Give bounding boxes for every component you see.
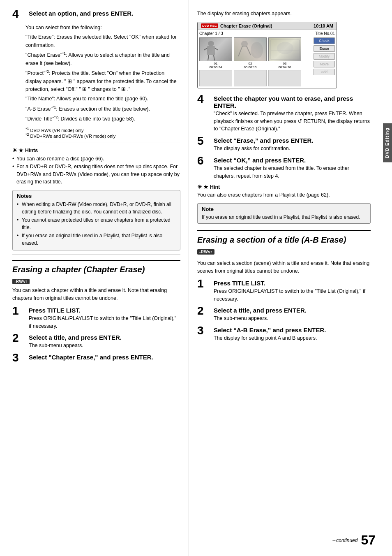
thumb-1-num: 01 (209, 62, 222, 65)
panel-btn-check[interactable]: Check (314, 37, 335, 44)
panel-btn-erase[interactable]: Erase (314, 45, 335, 52)
ab-step-1-num: 1 (197, 278, 210, 290)
svg-line-5 (214, 55, 214, 60)
ab-step-2-block: 2 Select a title, and press ENTER. The s… (197, 307, 371, 322)
chapter-step-3-content: Select "Chapter Erase," and press ENTER. (29, 354, 180, 361)
right-step-5-block: 5 Select “Erase,” and press ENTER. The d… (197, 137, 371, 153)
step-4-num: 4 (12, 8, 25, 20)
chapter-erase-badge: -RWvr (12, 279, 30, 284)
chapter-step-2-content: Select a title, and press ENTER. The sub… (29, 334, 180, 350)
ab-step-3-body: The display for setting point A and B ap… (214, 334, 371, 342)
right-step-5-content: Select “Erase,” and press ENTER. The dis… (214, 137, 371, 153)
right-step-6-body: The selected chapter is erased from the … (214, 164, 371, 180)
hints-title: ☀ ★ Hints (12, 147, 180, 153)
panel-title: Chapter Erase (Original) (220, 23, 272, 28)
step-4-intro: You can select from the following: "Titl… (25, 24, 180, 123)
chapter-step-1-block: 1 Press TITLE LIST. Press ORIGINAL/PLAYL… (12, 307, 180, 330)
notes-box: Notes When editing a DVD-RW (Video mode)… (12, 190, 180, 250)
hints-box: ☀ ★ Hints You can also rename a disc (pa… (12, 147, 180, 186)
panel-title-info: Title No.01 (315, 31, 335, 36)
step-4-content: Select an option, and press ENTER. (29, 10, 180, 18)
note-item-3: If you erase an original title used in a… (17, 232, 176, 247)
page-number: 57 (361, 533, 376, 548)
side-tab: DVD Editing (383, 123, 392, 162)
chapter-step-1-num: 1 (12, 305, 25, 317)
blank-thumb-3 (268, 70, 301, 86)
chapter-step-3-block: 3 Select "Chapter Erase," and press ENTE… (12, 354, 180, 364)
note-item-2: You cannot erase protected titles or era… (17, 216, 176, 231)
hint-item-2: For a DVD+R or DVD-R, erasing titles doe… (12, 163, 180, 186)
right-step-6-num: 6 (197, 155, 210, 167)
ab-step-2-num: 2 (197, 305, 210, 317)
chapter-step-1-body: Press ORIGINAL/PLAYLIST to switch to the… (29, 315, 180, 330)
chapter-step-2-num: 2 (12, 332, 25, 344)
chapter-step-3-num: 3 (12, 352, 25, 364)
panel-btn-modify[interactable]: Modify (314, 53, 335, 60)
svg-line-2 (204, 48, 207, 50)
panel-btn-add[interactable]: Add (314, 69, 335, 75)
note-body-right: If you erase an original title used in a… (202, 213, 366, 221)
hint-item-1: You can also rename a disc (page 66). (12, 155, 180, 163)
chapter-step-2-title: Select a title, and press ENTER. (29, 334, 180, 341)
page: DVD Editing 4 Select an option, and pres… (0, 0, 392, 556)
chapter-step-1-content: Press TITLE LIST. Press ORIGINAL/PLAYLIS… (29, 307, 180, 330)
ab-step-3-title: Select “A-B Erase,” and press ENTER. (214, 327, 371, 334)
divider-1 (12, 143, 180, 143)
note-title-right: Note (202, 206, 366, 212)
svg-line-3 (215, 48, 218, 50)
chapter-erase-intro: You can select a chapter within a title … (12, 287, 180, 303)
ab-erase-title: Erasing a section of a title (A-B Erase) (197, 230, 371, 245)
right-column: The display for erasing chapters appears… (189, 0, 383, 556)
ab-step-2-body: The sub-menu appears. (214, 315, 371, 322)
hint-body-right: You can also erase chapters from a Playl… (197, 191, 371, 199)
footnotes: *1 DVD-RWs (VR mode) only *2 DVD+RWs and… (25, 127, 180, 139)
panel-time: 10:10 AM (314, 23, 333, 28)
thumb-3-num: 03 (278, 62, 291, 65)
step-4-title: Select an option, and press ENTER. (29, 10, 180, 17)
right-step-6-title: Select “OK,” and press ENTER. (214, 157, 371, 164)
dvd-rec-icon: DVD REC (201, 23, 218, 28)
ab-step-3-block: 3 Select “A-B Erase,” and press ENTER. T… (197, 327, 371, 342)
ab-step-1-title: Press TITLE LIST. (214, 280, 371, 287)
note-item-1: When editing a DVD-RW (Video mode), DVD+… (17, 201, 176, 215)
svg-rect-0 (208, 41, 214, 46)
chapter-step-2-block: 2 Select a title, and press ENTER. The s… (12, 334, 180, 350)
right-step-4-content: Select the chapter you want to erase, an… (214, 95, 371, 133)
note-box-right: Note If you erase an original title used… (197, 203, 371, 224)
chapter-erase-display-intro: The display for erasing chapters appears… (197, 10, 371, 18)
panel-header-left: DVD REC Chapter Erase (Original) (201, 23, 272, 28)
ab-erase-intro: You can select a section (scene) within … (197, 259, 371, 276)
svg-line-4 (208, 55, 209, 60)
right-step-6-block: 6 Select “OK,” and press ENTER. The sele… (197, 157, 371, 180)
divider-2 (12, 255, 180, 255)
continued-text: →continued (331, 537, 357, 543)
hint-title-right: ☀ ★ Hint (197, 184, 371, 190)
thumb-2-time: 00:00:10 (244, 65, 256, 69)
panel-buttons: Check Erase Modify Move Add (314, 37, 335, 86)
svg-line-7 (238, 46, 242, 56)
chapter-step-3-title: Select "Chapter Erase," and press ENTER. (29, 354, 180, 361)
blank-thumb-2 (234, 70, 267, 86)
thumb-1-time: 00:00:34 (209, 65, 222, 69)
thumb-3-time: 00:04:20 (278, 65, 291, 69)
right-step-6-content: Select “OK,” and press ENTER. The select… (214, 157, 371, 180)
thumb-2: 02 00:00:10 (234, 37, 267, 69)
hint-icon-right: ☀ (197, 184, 202, 190)
hint-box-right: ☀ ★ Hint You can also erase chapters fro… (197, 184, 371, 199)
ab-step-3-num: 3 (197, 325, 210, 336)
ab-step-1-body: Press ORIGINAL/PLAYLIST to switch to the… (214, 287, 371, 303)
right-step-5-body: The display asks for confirmation. (214, 145, 371, 153)
panel-btn-move[interactable]: Move (314, 61, 335, 67)
notes-title: Notes (17, 193, 176, 199)
hint-icon: ☀ (12, 148, 17, 153)
ab-step-2-title: Select a title, and press ENTER. (214, 307, 371, 314)
thumb-1: 01 00:00:34 (199, 37, 232, 69)
ab-step-3-content: Select “A-B Erase,” and press ENTER. The… (214, 327, 371, 342)
blank-thumb-1 (199, 70, 232, 86)
thumb-2-num: 02 (244, 62, 256, 65)
svg-line-8 (247, 46, 251, 55)
svg-rect-1 (207, 46, 215, 55)
chapter-step-2-body: The sub-menu appears. (29, 342, 180, 350)
right-step-5-title: Select “Erase,” and press ENTER. (214, 137, 371, 144)
ab-step-1-content: Press TITLE LIST. Press ORIGINAL/PLAYLIS… (214, 280, 371, 303)
